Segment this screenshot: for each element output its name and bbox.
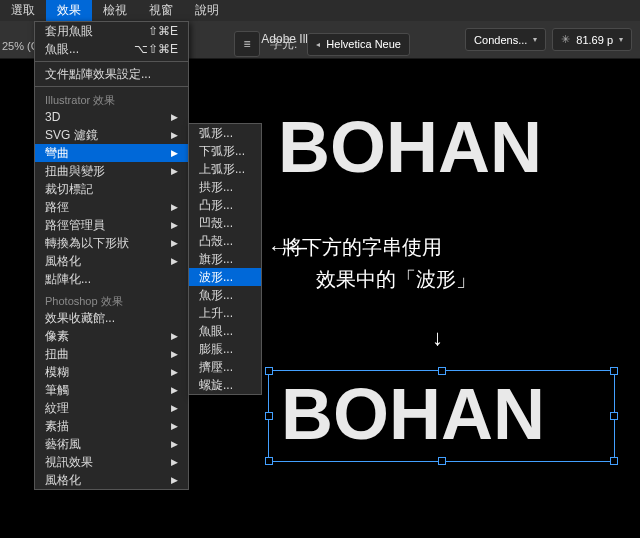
warp-arc-lower[interactable]: 下弧形... (189, 142, 261, 160)
warp-arc[interactable]: 弧形... (189, 124, 261, 142)
menu-item-label: 拱形... (199, 179, 233, 196)
menu-item-label: 上弧形... (199, 161, 245, 178)
menu-item-label: 路徑管理員 (45, 217, 105, 234)
artboard-text-1[interactable]: BOHAN (278, 111, 542, 183)
warp-wave[interactable]: 波形... (189, 268, 261, 286)
fx-texture[interactable]: 紋理▶ (35, 399, 188, 417)
menu-item-label: 紋理 (45, 400, 69, 417)
resize-handle-tr[interactable] (610, 367, 618, 375)
submenu-arrow-icon: ▶ (171, 475, 178, 485)
annotation-line-1: 將下方的字串使用 (282, 232, 442, 263)
submenu-arrow-icon: ▶ (171, 421, 178, 431)
resize-handle-bm[interactable] (438, 457, 446, 465)
annotation-line-2: 效果中的「波形」 (316, 264, 476, 295)
fx-convert-shape[interactable]: 轉換為以下形狀▶ (35, 234, 188, 252)
font-style-value: Condens... (474, 34, 527, 46)
submenu-arrow-icon: ▶ (171, 439, 178, 449)
fx-crop-marks[interactable]: 裁切標記 (35, 180, 188, 198)
menu-item-label: 膨脹... (199, 341, 233, 358)
warp-fish[interactable]: 魚形... (189, 286, 261, 304)
menu-item-label: 弧形... (199, 125, 233, 142)
warp-arch[interactable]: 拱形... (189, 178, 261, 196)
menu-item-label: 旗形... (199, 251, 233, 268)
chevron-down-icon: ▾ (619, 35, 623, 44)
fx-pathfinder[interactable]: 路徑管理員▶ (35, 216, 188, 234)
resize-handle-ml[interactable] (265, 412, 273, 420)
warp-squeeze[interactable]: 擠壓... (189, 358, 261, 376)
warp-twist[interactable]: 螺旋... (189, 376, 261, 394)
menu-separator (35, 86, 188, 87)
section-illustrator-effects: Illustrator 效果 (35, 91, 188, 108)
resize-handle-bl[interactable] (265, 457, 273, 465)
menu-item-label: 下弧形... (199, 143, 245, 160)
menu-item-label: 扭曲與變形 (45, 163, 105, 180)
fx-gallery[interactable]: 效果收藏館... (35, 309, 188, 327)
warp-inflate[interactable]: 膨脹... (189, 340, 261, 358)
font-size-field[interactable]: ✳ 81.69 p ▾ (552, 28, 632, 51)
font-family-dropdown[interactable]: ◂ Helvetica Neue (307, 33, 410, 56)
submenu-arrow-icon: ▶ (171, 166, 178, 176)
menu-item-label: 效果收藏館... (45, 310, 115, 327)
menu-item-label: 扭曲 (45, 346, 69, 363)
menu-item-label: 模糊 (45, 364, 69, 381)
menu-view[interactable]: 檢視 (92, 0, 138, 21)
last-effect[interactable]: 魚眼... ⌥⇧⌘E (35, 40, 188, 58)
menu-window[interactable]: 視窗 (138, 0, 184, 21)
font-style-dropdown[interactable]: Condens... ▾ (465, 28, 546, 51)
resize-handle-tl[interactable] (265, 367, 273, 375)
section-photoshop-effects: Photoshop 效果 (35, 292, 188, 309)
submenu-arrow-icon: ▶ (171, 148, 178, 158)
warp-shell-lower[interactable]: 凹殼... (189, 214, 261, 232)
fx-blur[interactable]: 模糊▶ (35, 363, 188, 381)
menu-item-label: 螺旋... (199, 377, 233, 394)
fx-svg-filters[interactable]: SVG 濾鏡▶ (35, 126, 188, 144)
menu-item-shortcut: ⇧⌘E (148, 24, 178, 38)
warp-arc-upper[interactable]: 上弧形... (189, 160, 261, 178)
warp-flag[interactable]: 旗形... (189, 250, 261, 268)
apply-last-effect[interactable]: 套用魚眼 ⇧⌘E (35, 22, 188, 40)
submenu-arrow-icon: ▶ (171, 367, 178, 377)
fx-distort-transform[interactable]: 扭曲與變形▶ (35, 162, 188, 180)
menu-item-label: 路徑 (45, 199, 69, 216)
menu-effect[interactable]: 效果 (46, 0, 92, 21)
warp-bulge[interactable]: 凸形... (189, 196, 261, 214)
warp-fisheye[interactable]: 魚眼... (189, 322, 261, 340)
menu-item-label: 風格化 (45, 253, 81, 270)
menu-item-shortcut: ⌥⇧⌘E (134, 42, 178, 56)
menu-help[interactable]: 說明 (184, 0, 230, 21)
fx-distort[interactable]: 扭曲▶ (35, 345, 188, 363)
paragraph-align-button[interactable]: ≡ (234, 31, 260, 57)
menu-item-label: 視訊效果 (45, 454, 93, 471)
resize-handle-br[interactable] (610, 457, 618, 465)
menu-item-label: 點陣化... (45, 271, 91, 288)
menu-item-label: 裁切標記 (45, 181, 93, 198)
submenu-arrow-icon: ▶ (171, 130, 178, 140)
fx-pixelate[interactable]: 像素▶ (35, 327, 188, 345)
menu-item-label: 魚眼... (45, 41, 79, 58)
fx-artistic[interactable]: 藝術風▶ (35, 435, 188, 453)
submenu-arrow-icon: ▶ (171, 220, 178, 230)
menu-item-label: 凸殼... (199, 233, 233, 250)
warp-rise[interactable]: 上升... (189, 304, 261, 322)
font-size-value: 81.69 p (576, 34, 613, 46)
menu-item-label: 魚眼... (199, 323, 233, 340)
menu-select[interactable]: 選取 (0, 0, 46, 21)
warp-shell-upper[interactable]: 凸殼... (189, 232, 261, 250)
fx-warp[interactable]: 彎曲▶ (35, 144, 188, 162)
resize-handle-mr[interactable] (610, 412, 618, 420)
resize-handle-tm[interactable] (438, 367, 446, 375)
fx-sketch[interactable]: 素描▶ (35, 417, 188, 435)
menu-item-label: 筆觸 (45, 382, 69, 399)
menu-bar: 選取 效果 檢視 視窗 說明 (0, 0, 640, 21)
fx-brush-strokes[interactable]: 筆觸▶ (35, 381, 188, 399)
selection-bounding-box[interactable] (268, 370, 615, 462)
submenu-arrow-icon: ▶ (171, 256, 178, 266)
fx-video[interactable]: 視訊效果▶ (35, 453, 188, 471)
fx-stylize[interactable]: 風格化▶ (35, 252, 188, 270)
fx-3d[interactable]: 3D▶ (35, 108, 188, 126)
menu-separator (35, 61, 188, 62)
fx-stylize-ps[interactable]: 風格化▶ (35, 471, 188, 489)
raster-settings[interactable]: 文件點陣效果設定... (35, 65, 188, 83)
fx-path[interactable]: 路徑▶ (35, 198, 188, 216)
fx-rasterize[interactable]: 點陣化... (35, 270, 188, 288)
